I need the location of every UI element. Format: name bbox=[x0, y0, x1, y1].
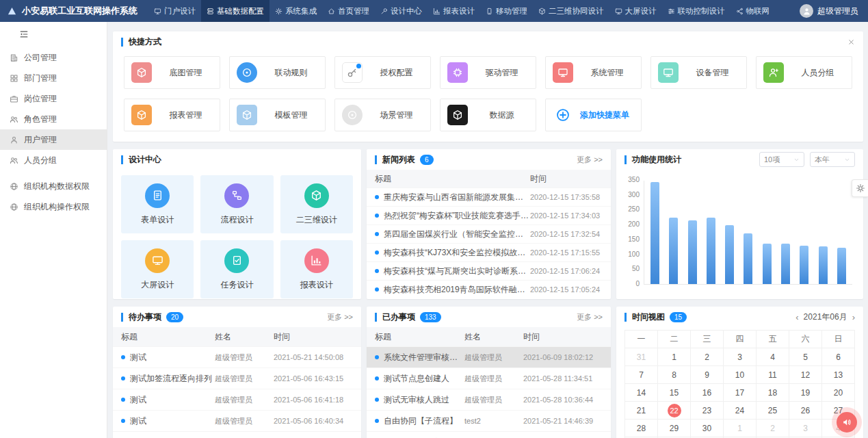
quick-card-scene-management[interactable]: 场景管理 bbox=[334, 99, 431, 131]
calendar-day[interactable]: 24 bbox=[724, 402, 757, 420]
news-row[interactable]: 重庆梅安森与山西省国新能源发展集团智能化建设合作2020-12-15 17:35… bbox=[367, 188, 611, 206]
close-icon[interactable] bbox=[847, 38, 855, 46]
sound-floating-button[interactable] bbox=[837, 412, 857, 433]
nav-item-big-screen-design[interactable]: 大屏设计 bbox=[609, 0, 662, 22]
design-tile-bigscreen-design[interactable]: 大屏设计 bbox=[121, 240, 194, 298]
todo-row[interactable]: 测试超级管理员2021-05-06 16:41:18 bbox=[113, 389, 361, 410]
settings-side-button[interactable] bbox=[852, 179, 868, 197]
quick-card-driver-management[interactable]: 驱动管理 bbox=[440, 56, 536, 89]
calendar-day[interactable]: 3 bbox=[789, 420, 822, 437]
calendar-day[interactable]: 29 bbox=[658, 420, 691, 437]
todo-row[interactable]: 测试超级管理员2021-05-21 14:50:08 bbox=[113, 346, 361, 368]
calendar-next-button[interactable]: › bbox=[852, 313, 855, 322]
sidebar-item-personnel-group[interactable]: 人员分组 bbox=[0, 150, 107, 170]
news-row[interactable]: 梅安森科技亮相2019青岛国际软件融合创新博览会2020-12-15 17:05… bbox=[367, 280, 611, 298]
calendar-day[interactable]: 28 bbox=[625, 420, 658, 437]
calendar-day[interactable]: 15 bbox=[658, 384, 691, 402]
quick-card-basemap-management[interactable]: 底图管理 bbox=[124, 56, 220, 89]
quick-card-personnel-group[interactable]: 人员分组 bbox=[756, 56, 852, 89]
calendar-day[interactable]: 11 bbox=[757, 366, 789, 384]
quick-card-device-management[interactable]: 设备管理 bbox=[650, 56, 747, 89]
nav-item-linkage-control-design[interactable]: 联动控制设计 bbox=[662, 0, 731, 22]
calendar-day[interactable]: 7 bbox=[625, 366, 658, 384]
calendar-day[interactable]: 3 bbox=[724, 348, 757, 366]
design-tile-task-design[interactable]: 任务设计 bbox=[200, 240, 273, 298]
nav-item-mobile-management[interactable]: 移动管理 bbox=[480, 0, 533, 22]
nav-item-homepage-management[interactable]: 首页管理 bbox=[322, 0, 375, 22]
quick-card-linkage-rules[interactable]: 联动规则 bbox=[229, 56, 326, 89]
todo-row[interactable]: 测试加签流程逐向排列超级管理员2021-05-06 16:43:15 bbox=[113, 368, 361, 389]
calendar-day[interactable]: 17 bbox=[724, 384, 757, 402]
nav-item-report-design[interactable]: 报表设计 bbox=[428, 0, 480, 22]
calendar-day[interactable]: 25 bbox=[757, 402, 789, 420]
calendar-day[interactable]: 26 bbox=[789, 402, 822, 420]
sidebar-item-org-data-permission[interactable]: 组织机构数据权限 bbox=[0, 176, 107, 196]
calendar-day[interactable]: 12 bbox=[789, 366, 822, 384]
done-row[interactable]: 测试无审核人跳过超级管理员2021-05-28 10:36:44 bbox=[367, 389, 611, 410]
nav-item-iot[interactable]: 物联网 bbox=[731, 0, 776, 22]
user-menu[interactable]: 超级管理员 bbox=[790, 0, 868, 22]
count-filter-select[interactable]: 10项 bbox=[759, 152, 804, 167]
todo-more-link[interactable]: 更多 >> bbox=[327, 312, 353, 322]
calendar-day[interactable]: 13 bbox=[822, 366, 855, 384]
chart-bar[interactable] bbox=[763, 244, 772, 284]
calendar-day[interactable]: 16 bbox=[691, 384, 724, 402]
calendar-day[interactable]: 2 bbox=[691, 348, 724, 366]
chart-bar[interactable] bbox=[837, 248, 846, 284]
calendar-day[interactable]: 1 bbox=[658, 348, 691, 366]
done-row[interactable]: 测试节点息创建人超级管理员2021-05-28 11:34:51 bbox=[367, 368, 611, 389]
done-row[interactable]: 系统文件管理审核用的超级管理员2021-06-09 18:02:12 bbox=[367, 346, 611, 368]
design-tile-flow-design[interactable]: 流程设计 bbox=[200, 175, 273, 233]
chart-bar[interactable] bbox=[819, 246, 828, 284]
quick-card-system-management[interactable]: 系统管理 bbox=[545, 56, 642, 89]
done-more-link[interactable]: 更多 >> bbox=[577, 312, 603, 322]
news-row[interactable]: 梅安森科技“KJ73X和安全监控模拟故障仿真软件技术平台”2020-12-15 … bbox=[367, 243, 611, 261]
news-row[interactable]: 热烈祝贺“梅安森杯”职业技能竞赛选手赛前培训成功举办2020-12-15 17:… bbox=[367, 206, 611, 224]
sidebar-item-position-management[interactable]: 岗位管理 bbox=[0, 88, 107, 109]
calendar-day[interactable]: 8 bbox=[658, 366, 691, 384]
nav-item-collab-3d-design[interactable]: 二三维协同设计 bbox=[533, 0, 609, 22]
sidebar-item-role-management[interactable]: 角色管理 bbox=[0, 109, 107, 129]
calendar-day[interactable]: 2 bbox=[757, 420, 789, 437]
calendar-day[interactable]: 20 bbox=[822, 384, 855, 402]
calendar-day[interactable]: 14 bbox=[625, 384, 658, 402]
nav-item-portal-design[interactable]: 门户设计 bbox=[148, 0, 201, 22]
quick-card-add-quick-menu[interactable]: 添加快捷菜单 bbox=[545, 99, 642, 131]
todo-row[interactable]: 测试超级管理员2021-05-06 16:40:34 bbox=[113, 410, 361, 431]
calendar-day[interactable]: 19 bbox=[789, 384, 822, 402]
chart-bar[interactable] bbox=[669, 218, 678, 284]
design-tile-3d-design[interactable]: 二三维设计 bbox=[280, 175, 353, 233]
calendar-day[interactable]: 1 bbox=[724, 420, 757, 437]
sidebar-item-department-management[interactable]: 部门管理 bbox=[0, 68, 107, 88]
calendar-day[interactable]: 18 bbox=[757, 384, 789, 402]
calendar-day[interactable]: 21 bbox=[625, 402, 658, 420]
calendar-prev-button[interactable]: ‹ bbox=[795, 313, 798, 322]
quick-card-authorization-config[interactable]: 授权配置 bbox=[334, 56, 431, 89]
quick-card-template-management[interactable]: 模板管理 bbox=[229, 99, 326, 131]
sidebar-item-company-management[interactable]: 公司管理 bbox=[0, 47, 107, 68]
calendar-day[interactable]: 5 bbox=[789, 348, 822, 366]
nav-item-design-center[interactable]: 设计中心 bbox=[375, 0, 428, 22]
calendar-day[interactable]: 9 bbox=[691, 366, 724, 384]
design-tile-report-design[interactable]: 报表设计 bbox=[280, 240, 353, 298]
done-row[interactable]: 自由协同【子流程】test22021-05-21 14:46:39 bbox=[367, 410, 611, 431]
chart-bar[interactable] bbox=[725, 225, 734, 284]
news-row[interactable]: 梅安森科技“煤与瓦斯突出实时诊断系统”迎来发展机遇2020-12-15 17:0… bbox=[367, 261, 611, 280]
calendar-day[interactable]: 31 bbox=[625, 348, 658, 366]
sidebar-collapse-button[interactable] bbox=[0, 22, 107, 47]
chart-bar[interactable] bbox=[800, 246, 808, 284]
calendar-day[interactable]: 6 bbox=[822, 348, 855, 366]
nav-item-basic-data-config[interactable]: 基础数据配置 bbox=[201, 0, 269, 22]
nav-item-system-integration[interactable]: 系统集成 bbox=[269, 0, 322, 22]
calendar-day[interactable]: 23 bbox=[691, 402, 724, 420]
chart-bar[interactable] bbox=[781, 244, 790, 284]
sidebar-item-user-management[interactable]: 用户管理 bbox=[0, 129, 107, 150]
chart-bar[interactable] bbox=[688, 220, 697, 284]
calendar-day[interactable]: 30 bbox=[691, 420, 724, 437]
calendar-day[interactable]: 22 bbox=[658, 402, 691, 420]
chart-bar[interactable] bbox=[650, 182, 659, 284]
news-row[interactable]: 第四届全国煤炭行业（智能安全监控）职业技能赛2020-12-15 17:32:5… bbox=[367, 224, 611, 243]
todo-row[interactable]: 同意不同意按钮测试超级管理员2021-05-06 14:03:10 bbox=[113, 431, 361, 438]
news-more-link[interactable]: 更多 >> bbox=[577, 155, 603, 165]
done-row[interactable]: 系统文件管理审核用的超级管理员2021-04-21 16:11:18 bbox=[367, 431, 611, 438]
